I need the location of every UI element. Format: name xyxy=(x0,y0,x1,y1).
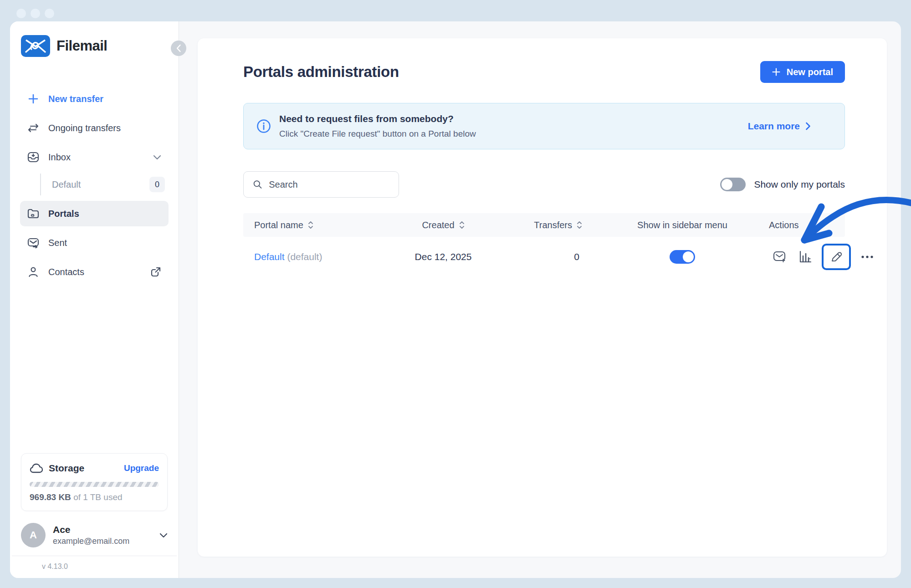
new-portal-label: New portal xyxy=(787,67,833,77)
banner-subtitle: Click "Create File request" button on a … xyxy=(279,129,740,139)
edit-portal-button[interactable] xyxy=(822,244,851,270)
sidebar-item-new-transfer[interactable]: New transfer xyxy=(20,86,169,112)
learn-more-label: Learn more xyxy=(748,121,800,132)
window-dot xyxy=(31,9,40,18)
table-row: Default (default) Dec 12, 2025 0 xyxy=(243,237,845,277)
search-icon xyxy=(253,179,262,190)
transfers-cell: 0 xyxy=(496,251,596,262)
ellipsis-icon xyxy=(861,255,874,259)
column-label: Transfers xyxy=(534,220,572,230)
cloud-icon xyxy=(30,463,43,473)
storage-title: Storage xyxy=(49,463,118,474)
sidebar-nav: New transfer Ongoing transfers Inbox Def… xyxy=(10,84,179,286)
page-title: Portals administration xyxy=(243,63,399,81)
sidebar-item-sent[interactable]: Sent xyxy=(20,230,169,256)
storage-total: of 1 TB used xyxy=(73,492,122,502)
filemail-logo-icon xyxy=(21,35,50,57)
column-label: Portal name xyxy=(254,220,303,230)
sidebar: Filemail New transfer Ongoing transfers … xyxy=(10,21,179,578)
window-dot xyxy=(16,9,26,18)
toggle-label: Show only my portals xyxy=(754,179,845,190)
sidebar-item-label: Portals xyxy=(48,209,79,219)
sort-icon xyxy=(577,221,582,229)
statistics-button[interactable] xyxy=(794,246,816,268)
column-header-created[interactable]: Created xyxy=(391,220,496,230)
storage-used: 969.83 KB xyxy=(30,492,71,502)
brand: Filemail xyxy=(10,35,179,57)
sent-envelope-icon xyxy=(27,237,39,248)
column-header-portal-name[interactable]: Portal name xyxy=(254,220,391,230)
sort-icon xyxy=(459,221,465,229)
banner-title: Need to request files from somebody? xyxy=(279,113,740,124)
info-icon xyxy=(256,119,271,133)
user-name: Ace xyxy=(53,524,129,535)
plus-icon xyxy=(772,68,780,76)
tree-line xyxy=(40,174,41,195)
chevron-down-icon xyxy=(159,533,168,538)
envelope-plus-icon xyxy=(773,251,787,263)
user-menu[interactable]: A Ace example@email.com xyxy=(10,523,179,547)
upgrade-link[interactable]: Upgrade xyxy=(124,463,159,473)
person-icon xyxy=(27,266,39,277)
column-header-transfers[interactable]: Transfers xyxy=(496,220,596,230)
search-input[interactable] xyxy=(269,179,389,190)
chevron-right-icon xyxy=(805,122,811,130)
plus-icon xyxy=(27,94,39,104)
sidebar-item-label: Inbox xyxy=(48,152,71,163)
inbox-count-badge: 0 xyxy=(149,177,165,192)
column-label: Created xyxy=(422,220,454,230)
more-actions-button[interactable] xyxy=(856,246,878,268)
portal-name-link[interactable]: Default xyxy=(254,251,285,262)
show-only-my-portals-toggle[interactable] xyxy=(720,178,746,191)
inbox-icon xyxy=(27,151,39,163)
column-label: Show in sidebar menu xyxy=(637,220,727,230)
sidebar-item-label: Ongoing transfers xyxy=(48,123,121,133)
storage-card: Storage Upgrade 969.83 KB of 1 TB used xyxy=(21,453,168,511)
window-dot xyxy=(45,9,54,18)
user-email: example@email.com xyxy=(53,537,129,546)
actions-cell xyxy=(769,244,878,270)
sidebar-item-label: Contacts xyxy=(48,267,84,277)
portals-folder-icon xyxy=(27,208,39,219)
divider xyxy=(12,556,177,556)
external-link-icon xyxy=(150,266,161,277)
avatar: A xyxy=(21,523,46,547)
show-in-sidebar-cell xyxy=(596,250,769,264)
edit-pencil-icon xyxy=(830,251,842,263)
new-portal-button[interactable]: New portal xyxy=(760,61,845,83)
app-window: Filemail New transfer Ongoing transfers … xyxy=(10,21,901,578)
column-header-actions: Actions xyxy=(769,220,839,230)
search-box xyxy=(243,171,399,198)
sidebar-item-contacts[interactable]: Contacts xyxy=(20,259,169,285)
main-content: Portals administration New portal Need t… xyxy=(179,21,901,578)
show-in-sidebar-toggle[interactable] xyxy=(670,250,695,264)
chevron-down-icon xyxy=(153,155,161,160)
create-file-request-button[interactable] xyxy=(769,246,791,268)
sidebar-collapse-button[interactable] xyxy=(171,41,186,56)
table-header: Portal name Created Transfers Show in si… xyxy=(243,213,845,237)
sidebar-item-label: Sent xyxy=(48,238,67,248)
sidebar-subitem-label: Default xyxy=(52,179,81,190)
storage-usage-text: 969.83 KB of 1 TB used xyxy=(30,492,159,502)
sidebar-item-inbox-default[interactable]: Default 0 xyxy=(20,172,169,197)
sidebar-item-label: New transfer xyxy=(48,94,103,104)
bar-chart-icon xyxy=(799,251,812,263)
sidebar-item-ongoing-transfers[interactable]: Ongoing transfers xyxy=(20,115,169,141)
brand-name: Filemail xyxy=(56,38,107,54)
sort-icon xyxy=(308,221,313,229)
created-cell: Dec 12, 2025 xyxy=(391,251,496,262)
chevron-left-icon xyxy=(176,44,181,52)
learn-more-link[interactable]: Learn more xyxy=(748,121,811,132)
column-label: Actions xyxy=(769,220,799,230)
portal-name-cell: Default (default) xyxy=(254,251,391,262)
info-banner: Need to request files from somebody? Cli… xyxy=(243,103,845,149)
storage-progress-bar xyxy=(30,482,159,487)
app-version: v 4.13.0 xyxy=(10,562,179,571)
transfer-arrows-icon xyxy=(27,123,39,133)
sidebar-item-portals[interactable]: Portals xyxy=(20,201,169,226)
portals-table: Portal name Created Transfers Show in si… xyxy=(243,213,845,277)
portals-card: Portals administration New portal Need t… xyxy=(198,38,887,557)
column-header-show-in-sidebar: Show in sidebar menu xyxy=(596,220,769,230)
portal-default-suffix: (default) xyxy=(287,251,322,262)
sidebar-item-inbox[interactable]: Inbox xyxy=(20,144,169,170)
